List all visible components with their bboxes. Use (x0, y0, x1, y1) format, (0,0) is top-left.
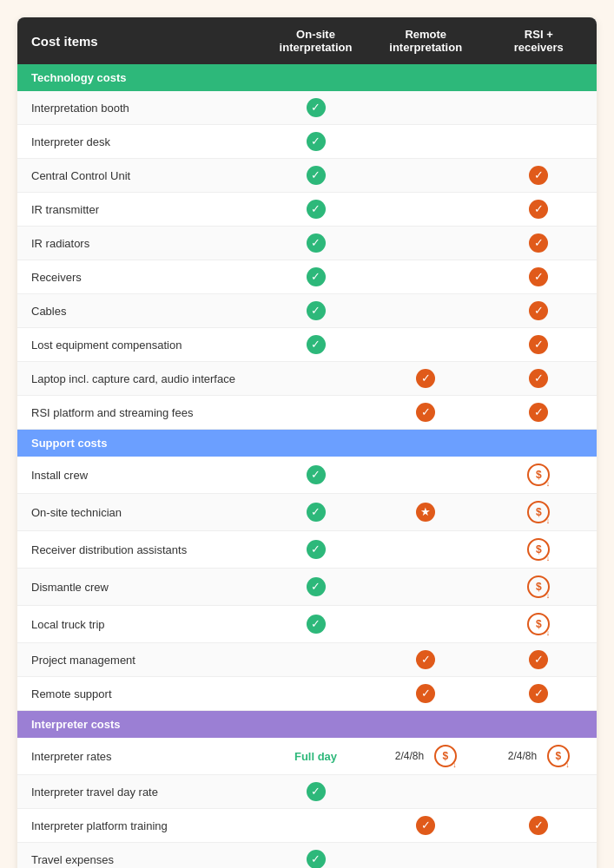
row-label: Laptop incl. capture card, audio interfa… (17, 362, 261, 396)
rsi-cell (481, 91, 597, 125)
row-label: Receiver distribution assistants (17, 531, 261, 569)
onsite-cell: ✓ (261, 843, 371, 869)
check-green-icon: ✓ (307, 233, 326, 253)
category-interpreter: Interpreter costs (17, 711, 597, 739)
col-remote: Remoteinterpretation (371, 17, 481, 64)
check-orange-icon: ✓ (416, 650, 435, 669)
remote-cell (371, 775, 481, 809)
check-orange-icon: ✓ (416, 816, 435, 835)
row-label: Project management (17, 643, 261, 677)
check-green-icon: ✓ (307, 166, 326, 185)
onsite-cell: ✓ (261, 606, 371, 643)
check-green-icon: ✓ (307, 782, 326, 801)
cost-table: Cost items On-siteinterpretation Remotei… (17, 17, 597, 868)
onsite-cell: ✓ (261, 775, 371, 809)
onsite-cell: ✓ (261, 193, 371, 227)
table-row: Receivers✓✓ (17, 260, 597, 294)
onsite-cell: ✓ (261, 294, 371, 328)
check-green-icon: ✓ (307, 615, 326, 634)
check-green-icon: ✓ (307, 267, 326, 286)
row-label: Travel expenses (17, 843, 261, 869)
check-orange-icon: ✓ (529, 233, 548, 253)
onsite-cell: ✓ (261, 457, 371, 494)
col-onsite: On-siteinterpretation (261, 17, 371, 64)
onsite-cell: ✓ (261, 125, 371, 159)
table-row: Central Control Unit✓✓ (17, 159, 597, 193)
remote-cell (371, 569, 481, 606)
onsite-cell (261, 643, 371, 677)
row-label: Interpreter desk (17, 125, 261, 159)
col-rsi: RSI +receivers (481, 17, 597, 64)
check-green-icon: ✓ (307, 301, 326, 320)
remote-cell: ✓ (371, 362, 481, 396)
table-row: IR radiators✓✓ (17, 227, 597, 260)
check-green-icon: ✓ (307, 335, 326, 354)
remote-cell: ★ (371, 494, 481, 531)
rsi-cell: $ (481, 457, 597, 494)
rsi-cell: $ (481, 531, 597, 569)
check-green-icon: ✓ (307, 577, 326, 596)
table-header: Cost items On-siteinterpretation Remotei… (17, 17, 597, 64)
row-label: Receivers (17, 260, 261, 294)
row-label: On-site technician (17, 494, 261, 531)
check-green-icon: ✓ (307, 850, 326, 868)
check-orange-icon: ✓ (529, 816, 548, 835)
onsite-cell: Full day (261, 738, 371, 775)
row-label: Interpreter rates (17, 738, 261, 775)
onsite-cell: ✓ (261, 531, 371, 569)
check-orange-icon: ✓ (529, 650, 548, 669)
table-row: Travel expenses✓ (17, 843, 597, 869)
table-row: Cables✓✓ (17, 294, 597, 328)
check-green-icon: ✓ (307, 98, 326, 117)
table-row: Interpreter platform training✓✓ (17, 809, 597, 843)
check-orange-icon: ✓ (529, 369, 548, 388)
rsi-cell: ✓ (481, 294, 597, 328)
check-orange-icon: ✓ (529, 166, 548, 185)
star-icon: ★ (416, 503, 435, 522)
dollar-reduced-icon: $ (547, 745, 570, 767)
check-green-icon: ✓ (307, 200, 326, 219)
row-label: RSI platform and streaming fees (17, 396, 261, 430)
rsi-cell: ✓ (481, 643, 597, 677)
remote-cell (371, 328, 481, 362)
table-row: Interpreter desk✓ (17, 125, 597, 159)
row-label: Central Control Unit (17, 159, 261, 193)
dollar-reduced-icon: $ (527, 501, 550, 523)
rsi-cell (481, 775, 597, 809)
category-support: Support costs (17, 430, 597, 457)
remote-cell: ✓ (371, 677, 481, 711)
table-row: Interpreter ratesFull day2/4/8h $2/4/8h … (17, 738, 597, 775)
remote-cell (371, 260, 481, 294)
rsi-cell (481, 843, 597, 869)
check-green-icon: ✓ (307, 132, 326, 151)
remote-cell (371, 159, 481, 193)
remote-cell (371, 531, 481, 569)
table-row: Lost equipment compensation✓✓ (17, 328, 597, 362)
table-row: Dismantle crew✓$ (17, 569, 597, 606)
rsi-cell: ✓ (481, 677, 597, 711)
check-orange-icon: ✓ (416, 403, 435, 422)
rsi-cell: ✓ (481, 362, 597, 396)
onsite-cell: ✓ (261, 569, 371, 606)
table-row: IR transmitter✓✓ (17, 193, 597, 227)
table-row: Local truck trip✓$ (17, 606, 597, 643)
remote-cell (371, 843, 481, 869)
onsite-cell (261, 809, 371, 843)
dollar-reduced-icon: $ (527, 575, 550, 598)
dollar-reduced-icon: $ (527, 464, 550, 486)
table-row: On-site technician✓★$ (17, 494, 597, 531)
check-orange-icon: ✓ (416, 684, 435, 703)
check-orange-icon: ✓ (416, 369, 435, 388)
remote-cell: ✓ (371, 396, 481, 430)
row-label: Interpreter travel day rate (17, 775, 261, 809)
table-row: Install crew✓$ (17, 457, 597, 494)
rate-text: 2/4/8h (395, 750, 424, 762)
rate-cell: 2/4/8h $ (490, 745, 588, 767)
onsite-cell: ✓ (261, 494, 371, 531)
check-green-icon: ✓ (307, 540, 326, 559)
onsite-cell: ✓ (261, 227, 371, 260)
check-green-icon: ✓ (307, 503, 326, 522)
remote-cell (371, 227, 481, 260)
remote-cell (371, 91, 481, 125)
onsite-cell: ✓ (261, 328, 371, 362)
